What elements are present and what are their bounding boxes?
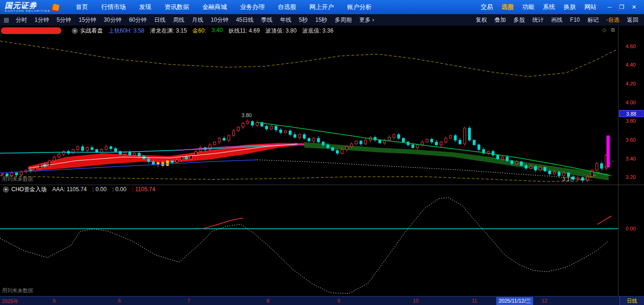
toolbar-actions: 复权叠加多股统计画线F10标记-自选返回 bbox=[472, 14, 644, 26]
period-button[interactable]: 30分钟 bbox=[100, 14, 125, 26]
logo-text: 国元证券 GUOYUAN SECURITIES bbox=[5, 2, 50, 13]
zero-tick: 0.00 bbox=[626, 226, 636, 231]
toolbar-button[interactable]: 返回 bbox=[623, 14, 642, 26]
period-button[interactable]: 季线 bbox=[258, 14, 276, 26]
period-button[interactable]: 15分钟 bbox=[75, 14, 100, 26]
indicator-value: 潜龙在渊: 3.15 bbox=[150, 27, 187, 35]
indicator-value: 金60: bbox=[192, 27, 206, 35]
period-button[interactable]: 更多 › bbox=[356, 14, 378, 26]
main-chart-panel: ▾ 实战看盘 上轨60H: 3.58潜龙在渊: 3.15金60:3.40妖线11… bbox=[0, 26, 644, 185]
nav-menu-item[interactable]: 网上开户 bbox=[303, 0, 341, 14]
period-button[interactable]: 60分钟 bbox=[125, 14, 150, 26]
time-axis-label: 11 bbox=[472, 298, 477, 304]
logo-en: GUOYUAN SECURITIES bbox=[5, 9, 50, 13]
nav-menu-item[interactable]: 首页 bbox=[69, 0, 95, 14]
crosshair-date-box: 2025/11/12/三 bbox=[496, 297, 533, 305]
svg-text:3.17: 3.17 bbox=[562, 176, 572, 182]
period-button[interactable]: 5秒 bbox=[295, 14, 312, 26]
collapse-chevron-icon[interactable]: ▾ bbox=[72, 28, 78, 34]
panel-window-icon[interactable]: ⧉ bbox=[611, 27, 615, 33]
quick-menu-item[interactable]: 系统 bbox=[539, 0, 560, 14]
nav-menu-item[interactable]: 资讯数据 bbox=[158, 0, 196, 14]
logo-cn: 国元证券 bbox=[5, 2, 50, 9]
indicator-value: : 0.00 bbox=[92, 186, 107, 193]
price-tick: 3.20 bbox=[626, 174, 636, 180]
toolbar-button[interactable]: 画线 bbox=[547, 14, 566, 26]
price-tick: 3.80 bbox=[626, 118, 636, 124]
cho-value-axis: 0.00 bbox=[618, 185, 644, 296]
monitor-icon[interactable]: ▤ bbox=[4, 17, 9, 23]
price-tick: 3.60 bbox=[626, 137, 636, 143]
quick-menu-item[interactable]: 功能 bbox=[518, 0, 539, 14]
indicator-value: 3.40 bbox=[212, 27, 223, 35]
toolbar-button[interactable]: F10 bbox=[566, 14, 584, 26]
panel-corner-icons: ◇ ⧉ bbox=[602, 27, 615, 33]
period-button[interactable]: 多周期 bbox=[331, 14, 356, 26]
time-axis-label: 7 bbox=[187, 298, 190, 304]
indicator-value: 波底值: 3.36 bbox=[302, 27, 334, 35]
cho-plot[interactable] bbox=[0, 194, 618, 296]
toolbar-button[interactable]: 叠加 bbox=[491, 14, 510, 26]
minimize-icon[interactable]: ─ bbox=[604, 0, 616, 14]
toolbar-button[interactable]: 多股 bbox=[510, 14, 528, 26]
time-axis-label: 6 bbox=[118, 298, 121, 304]
maximize-icon[interactable]: ❐ bbox=[615, 0, 628, 14]
main-chart-plot[interactable]: 3.803.17 bbox=[0, 35, 618, 185]
period-button[interactable]: 年线 bbox=[276, 14, 295, 26]
quick-menu-item[interactable]: 选股 bbox=[497, 0, 518, 14]
quick-menu-item[interactable]: 网站 bbox=[580, 0, 601, 14]
time-axis-bar: 2025年56789101112 2025/11/12/三 日线 bbox=[0, 296, 644, 305]
quick-menu-item[interactable]: 换肤 bbox=[560, 0, 580, 14]
close-icon[interactable]: ✕ bbox=[628, 0, 640, 14]
period-button[interactable]: 月线 bbox=[188, 14, 207, 26]
main-price-axis: 3.88 4.604.404.204.003.803.603.403.20 bbox=[618, 26, 644, 185]
time-axis-label: 8 bbox=[267, 298, 269, 304]
price-tick: 4.60 bbox=[626, 43, 636, 49]
nav-menu-item[interactable]: 自选股 bbox=[271, 0, 303, 14]
period-list: 分时1分钟5分钟15分钟30分钟60分钟日线周线月线10分钟45日线季线年线5秒… bbox=[12, 14, 378, 26]
redacted-stock-name bbox=[1, 27, 61, 34]
cho-panel-header: ▾ CHO资金入场 AAA: 1105.74: 0.00: 0.00: 1105… bbox=[0, 185, 644, 194]
nav-menu-item[interactable]: 行情市场 bbox=[95, 0, 133, 14]
brand-logo[interactable]: 国元证券 GUOYUAN SECURITIES bbox=[0, 2, 63, 13]
toolbar-button[interactable]: 标记 bbox=[584, 14, 602, 26]
time-axis-label: 9 bbox=[337, 298, 340, 304]
main-menu: 首页行情市场发现资讯数据金融商城业务办理自选股网上开户账户分析 bbox=[69, 0, 378, 14]
price-tick: 4.20 bbox=[626, 81, 636, 86]
quick-menu-item[interactable]: 交易 bbox=[477, 0, 497, 14]
current-period-label[interactable]: 日线 bbox=[619, 297, 644, 305]
indicator-value: 妖线11: 4.69 bbox=[228, 27, 259, 35]
future-data-note: 用到未来数据 bbox=[2, 176, 33, 183]
toolbar-button[interactable]: 复权 bbox=[472, 14, 491, 26]
indicator-title: CHO资金入场 bbox=[11, 186, 47, 194]
period-button[interactable]: 15秒 bbox=[311, 14, 331, 26]
period-button[interactable]: 45日线 bbox=[232, 14, 257, 26]
main-panel-header: ▾ 实战看盘 上轨60H: 3.58潜龙在渊: 3.15金60:3.40妖线11… bbox=[0, 26, 644, 35]
collapse-chevron-icon[interactable]: ▾ bbox=[3, 186, 9, 193]
quick-menu: 交易选股功能系统换肤网站 bbox=[477, 0, 601, 14]
nav-menu-item[interactable]: 账户分析 bbox=[341, 0, 378, 14]
period-button[interactable]: 分时 bbox=[12, 14, 31, 26]
nav-menu-item[interactable]: 发现 bbox=[133, 0, 158, 14]
diamond-icon[interactable]: ◇ bbox=[602, 27, 606, 33]
time-axis-label: 5 bbox=[53, 298, 56, 304]
period-button[interactable]: 周线 bbox=[169, 14, 188, 26]
app-window: 国元证券 GUOYUAN SECURITIES 首页行情市场发现资讯数据金融商城… bbox=[0, 0, 644, 305]
period-button[interactable]: 1分钟 bbox=[31, 14, 53, 26]
time-axis-label: 10 bbox=[413, 298, 418, 304]
toolbar-button[interactable]: -自选 bbox=[602, 14, 623, 26]
indicator-value: AAA: 1105.74 bbox=[52, 186, 87, 193]
top-nav: 国元证券 GUOYUAN SECURITIES 首页行情市场发现资讯数据金融商城… bbox=[0, 0, 644, 14]
indicator-values: AAA: 1105.74: 0.00: 0.00: 1105.74 bbox=[52, 186, 161, 193]
puzzle-icon bbox=[52, 3, 59, 10]
price-tick: 4.00 bbox=[626, 100, 636, 105]
period-button[interactable]: 5分钟 bbox=[53, 14, 75, 26]
period-toolbar: ▤ 分时1分钟5分钟15分钟30分钟60分钟日线周线月线10分钟45日线季线年线… bbox=[0, 14, 644, 26]
future-data-note: 用到未来数据 bbox=[2, 287, 33, 294]
period-button[interactable]: 日线 bbox=[151, 14, 169, 26]
nav-menu-item[interactable]: 金融商城 bbox=[196, 0, 234, 14]
toolbar-button[interactable]: 统计 bbox=[528, 14, 547, 26]
indicator-values: 上轨60H: 3.58潜龙在渊: 3.15金60:3.40妖线11: 4.69波… bbox=[109, 27, 339, 35]
period-button[interactable]: 10分钟 bbox=[207, 14, 232, 26]
nav-menu-item[interactable]: 业务办理 bbox=[234, 0, 271, 14]
